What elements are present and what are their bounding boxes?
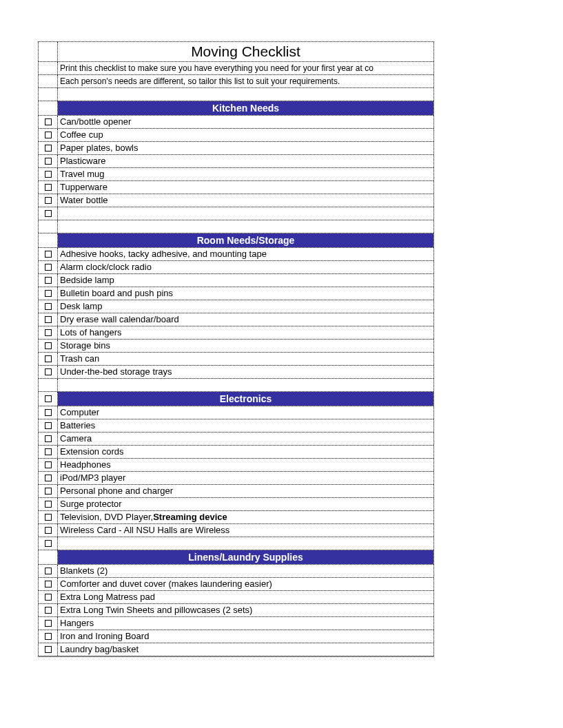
checkbox-icon[interactable] <box>45 264 52 271</box>
list-item: Iron and Ironing Board <box>39 630 433 643</box>
list-item: Extension cords <box>39 446 433 459</box>
list-item: Television, DVD Player, Streaming device <box>39 511 433 524</box>
list-item-label: Batteries <box>58 419 433 432</box>
checkbox-icon[interactable] <box>45 197 52 204</box>
list-item: Comforter and duvet cover (makes launder… <box>39 578 433 591</box>
list-item-label: Travel mug <box>58 168 433 180</box>
list-item-label: Dry erase wall calendar/board <box>58 313 433 326</box>
list-item-label: Coffee cup <box>58 129 433 141</box>
list-item: Travel mug <box>39 168 433 181</box>
list-item-label: Adhesive hooks, tacky adhesive, and moun… <box>58 248 433 260</box>
list-item-label: Storage bins <box>58 340 433 352</box>
list-item: Batteries <box>39 419 433 433</box>
list-item: Headphones <box>39 459 433 472</box>
subtitle-line-1: Print this checklist to make sure you ha… <box>58 62 433 74</box>
checkbox-icon[interactable] <box>45 210 52 217</box>
checkbox-icon[interactable] <box>45 422 52 429</box>
checkbox-icon[interactable] <box>45 368 52 375</box>
checkbox-icon[interactable] <box>45 395 52 402</box>
list-item: iPod/MP3 player <box>39 472 433 485</box>
checkbox-icon[interactable] <box>45 646 52 653</box>
list-item: Trash can <box>39 353 433 366</box>
checkbox-icon[interactable] <box>45 118 52 125</box>
spacer-row <box>39 379 433 392</box>
list-item-label: Hangers <box>58 617 433 630</box>
list-item: Extra Long Twin Sheets and pillowcases (… <box>39 604 433 617</box>
checkbox-icon[interactable] <box>45 158 52 165</box>
checkbox-icon[interactable] <box>45 132 52 138</box>
list-item: Tupperware <box>39 181 433 194</box>
list-item: Hangers <box>39 617 433 630</box>
list-item-label: Extension cords <box>58 446 433 458</box>
checkbox-icon[interactable] <box>45 594 52 601</box>
list-item: Coffee cup <box>39 129 433 142</box>
list-item-label: Blankets (2) <box>58 565 433 577</box>
checkbox-icon[interactable] <box>45 514 52 521</box>
list-item-label: Comforter and duvet cover (makes launder… <box>58 578 433 590</box>
list-item: Laundry bag/basket <box>39 643 433 656</box>
checkbox-icon[interactable] <box>45 355 52 362</box>
checkbox-icon[interactable] <box>45 303 52 310</box>
list-item-label: Personal phone and charger <box>58 485 433 497</box>
list-item: Surge protector <box>39 498 433 511</box>
checkbox-icon[interactable] <box>45 568 52 574</box>
list-item: Extra Long Matress pad <box>39 591 433 604</box>
section-header-row: Room Needs/Storage <box>39 233 433 248</box>
title-col-a <box>39 42 58 61</box>
list-item <box>39 207 433 220</box>
list-item-label <box>58 537 433 550</box>
list-item-label: Surge protector <box>58 498 433 510</box>
checkbox-icon[interactable] <box>45 461 52 468</box>
spreadsheet-table: Moving Checklist Print this checklist to… <box>38 41 434 657</box>
checkbox-icon[interactable] <box>45 581 52 587</box>
checkbox-icon[interactable] <box>45 277 52 284</box>
checkbox-icon[interactable] <box>45 607 52 614</box>
checkbox-icon[interactable] <box>45 342 52 349</box>
spacer-row <box>39 220 433 233</box>
subtitle-line-2: Each person's needs are different, so ta… <box>58 75 433 87</box>
list-item: Storage bins <box>39 340 433 353</box>
checkbox-icon[interactable] <box>45 540 52 547</box>
list-item-label: Alarm clock/clock radio <box>58 261 433 273</box>
checkbox-icon[interactable] <box>45 329 52 336</box>
subtitle-row-1: Print this checklist to make sure you ha… <box>39 62 433 75</box>
list-item-label: iPod/MP3 player <box>58 472 433 484</box>
list-item: Bulletin board and push pins <box>39 287 433 300</box>
list-item: Can/bottle opener <box>39 116 433 129</box>
list-item-label: Under-the-bed storage trays <box>58 366 433 378</box>
list-item-label: Extra Long Twin Sheets and pillowcases (… <box>58 604 433 616</box>
checkbox-icon[interactable] <box>45 448 52 455</box>
list-item-label: Plasticware <box>58 155 433 167</box>
section-header: Kitchen Needs <box>58 101 433 115</box>
checkbox-icon[interactable] <box>45 409 52 416</box>
section-header-row: Kitchen Needs <box>39 101 433 116</box>
list-item: Paper plates, bowls <box>39 142 433 155</box>
checkbox-icon[interactable] <box>45 251 52 258</box>
checkbox-icon[interactable] <box>45 633 52 640</box>
section-header: Linens/Laundry Supplies <box>58 550 433 564</box>
list-item-label: Iron and Ironing Board <box>58 630 433 643</box>
list-item: Computer <box>39 406 433 419</box>
list-item-label: Headphones <box>58 459 433 471</box>
list-item: Camera <box>39 433 433 446</box>
checkbox-icon[interactable] <box>45 527 52 534</box>
list-item-label: Bedside lamp <box>58 274 433 287</box>
list-item: Blankets (2) <box>39 565 433 578</box>
checkbox-icon[interactable] <box>45 475 52 481</box>
checkbox-icon[interactable] <box>45 145 52 152</box>
list-item: Plasticware <box>39 155 433 168</box>
checkbox-icon[interactable] <box>45 316 52 323</box>
checkbox-icon[interactable] <box>45 184 52 191</box>
checkbox-icon[interactable] <box>45 488 52 495</box>
list-item-label: Bulletin board and push pins <box>58 287 433 300</box>
title-row: Moving Checklist <box>39 42 433 62</box>
list-item-label: Camera <box>58 433 433 445</box>
checkbox-icon[interactable] <box>45 501 52 508</box>
list-item-label: Laundry bag/basket <box>58 643 433 656</box>
section-header: Electronics <box>58 392 433 406</box>
checkbox-icon[interactable] <box>45 435 52 442</box>
checkbox-icon[interactable] <box>45 290 52 297</box>
checkbox-icon[interactable] <box>45 620 52 627</box>
checkbox-icon[interactable] <box>45 171 52 178</box>
list-item: Alarm clock/clock radio <box>39 261 433 274</box>
